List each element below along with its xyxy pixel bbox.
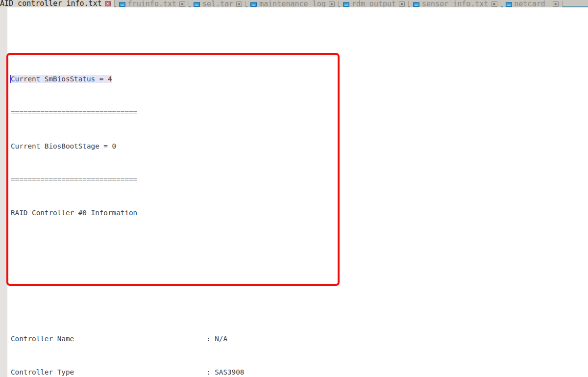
file-tab[interactable]: netcard_ ✕ <box>503 1 563 7</box>
tab-bar: AID_controller_info.txt ✕ fruinfo.txt ✕ … <box>0 0 588 7</box>
code-line: ============================== <box>11 176 588 184</box>
close-tab-icon[interactable]: ✕ <box>236 1 242 7</box>
tab-label: netcard_ <box>514 1 550 7</box>
document-icon <box>119 2 125 7</box>
close-tab-icon[interactable]: ✕ <box>399 1 405 7</box>
tab-label: sensor_info.txt <box>422 1 488 7</box>
property-label: Controller Type <box>11 368 206 377</box>
file-tab[interactable]: AID_controller_info.txt ✕ <box>0 0 115 7</box>
kv-separator: : <box>206 368 215 377</box>
code-line-text: Current BiosBootStage = 0 <box>11 142 116 150</box>
code-line: ============================== <box>11 108 588 117</box>
file-tab[interactable]: sensor_info.txt ✕ <box>410 1 501 7</box>
property-label: Controller Name <box>11 335 206 343</box>
tab-label: rdm_output <box>352 1 396 7</box>
property-value: SAS3908 <box>215 368 244 377</box>
code-line: Controller Type:SAS3908 <box>11 368 588 377</box>
file-tab[interactable]: fruinfo.txt ✕ <box>116 1 189 7</box>
app-window: { "colors": { "tab_underline": "#5390a4"… <box>0 0 588 377</box>
tab-label: sel.tar <box>202 1 233 7</box>
code-line-text: ============================== <box>11 108 137 116</box>
document-text[interactable]: Current SmBiosStatus = 4 ===============… <box>7 7 588 377</box>
editor-pane: Current SmBiosStatus = 4 ===============… <box>0 7 588 377</box>
code-line-text: Current SmBiosStatus = 4 <box>10 75 112 83</box>
code-line-text: RAID Controller #0 Information <box>11 209 137 217</box>
header-lines: Current SmBiosStatus = 4 ===============… <box>11 41 588 268</box>
file-tab[interactable]: sel.tar ✕ <box>191 1 246 7</box>
document-icon <box>250 2 257 7</box>
close-tab-icon[interactable]: ✕ <box>105 1 111 6</box>
close-tab-icon[interactable]: ✕ <box>329 1 335 7</box>
code-line: RAID Controller #0 Information <box>11 209 588 217</box>
code-line <box>11 243 588 251</box>
close-tab-icon[interactable]: ✕ <box>553 1 559 7</box>
close-tab-icon[interactable]: ✕ <box>179 1 185 7</box>
property-value: N/A <box>215 335 227 343</box>
editor-left-margin <box>0 7 7 377</box>
code-line: Current BiosBootStage = 0 <box>11 142 588 151</box>
document-icon <box>506 2 512 7</box>
code-line: Current SmBiosStatus = 4 <box>11 75 588 83</box>
document-icon <box>194 2 200 7</box>
code-line: Controller Name:N/A <box>11 335 588 343</box>
tab-label: fruinfo.txt <box>128 1 176 7</box>
document-icon <box>343 2 349 7</box>
document-icon <box>413 2 419 7</box>
kv-separator: : <box>206 335 215 343</box>
file-tab[interactable]: maintenance_log ✕ <box>247 1 338 7</box>
code-line-text: ============================== <box>11 176 137 183</box>
tab-strip: AID_controller_info.txt ✕ fruinfo.txt ✕ … <box>0 0 588 7</box>
close-tab-icon[interactable]: ✕ <box>491 1 497 7</box>
file-tab[interactable]: rdm_output ✕ <box>340 1 409 7</box>
tab-label: AID_controller_info.txt <box>0 0 102 7</box>
controller-info-rows: Controller Name:N/A Controller Type:SAS3… <box>11 301 588 377</box>
tab-label: maintenance_log <box>259 1 325 7</box>
